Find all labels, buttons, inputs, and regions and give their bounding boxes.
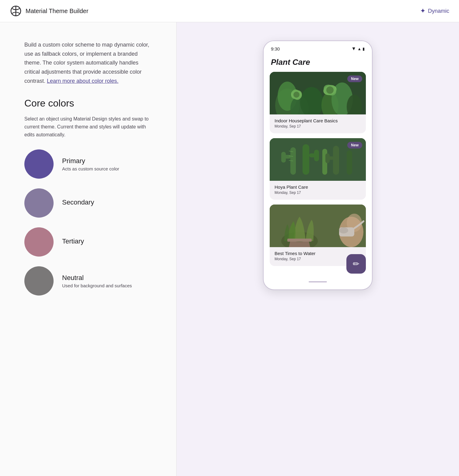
plant-decoration-3 bbox=[270, 205, 366, 247]
status-time: 9:30 bbox=[271, 46, 280, 51]
edit-icon: ✏ bbox=[353, 259, 359, 269]
secondary-color-circle[interactable] bbox=[24, 188, 54, 218]
phone-bottom-bar bbox=[264, 277, 372, 285]
main-container: Build a custom color scheme to map dynam… bbox=[0, 22, 459, 476]
dynamic-button[interactable]: ✦ Dynamic bbox=[420, 7, 449, 15]
neutral-color-info: Neutral Used for background and surfaces bbox=[62, 274, 132, 288]
plant-card-2[interactable]: New Hoya Plant Care Monday, Sep 17 bbox=[270, 138, 366, 200]
learn-more-link[interactable]: Learn more about color roles. bbox=[47, 78, 118, 84]
svg-point-15 bbox=[293, 92, 300, 98]
color-item-secondary: Secondary bbox=[24, 188, 152, 218]
plant-card-1[interactable]: New Indoor Houseplant Care Basics Monday… bbox=[270, 72, 366, 133]
wifi-icon: ▼ bbox=[351, 46, 356, 51]
card-2-title: Hoya Plant Care bbox=[275, 184, 361, 190]
core-colors-subtitle: Select an object using Material Design s… bbox=[24, 115, 152, 138]
phone-app-title: Plant Care bbox=[270, 58, 366, 67]
color-item-neutral: Neutral Used for background and surfaces bbox=[24, 266, 152, 296]
sparkle-icon: ✦ bbox=[420, 7, 426, 15]
svg-rect-22 bbox=[281, 152, 286, 163]
primary-color-circle[interactable] bbox=[24, 149, 54, 179]
card-1-info: Indoor Houseplant Care Basics Monday, Se… bbox=[270, 114, 366, 133]
phone-mockup: 9:30 ▼ ▲ ▮ Plant Care bbox=[263, 40, 373, 290]
neutral-color-desc: Used for background and surfaces bbox=[62, 283, 132, 288]
primary-color-desc: Acts as custom source color bbox=[62, 166, 119, 171]
intro-text: Build a custom color scheme to map dynam… bbox=[24, 40, 152, 86]
home-indicator bbox=[309, 281, 327, 282]
material-logo-icon bbox=[10, 5, 22, 17]
tertiary-color-circle[interactable] bbox=[24, 227, 54, 257]
phone-content: Plant Care bbox=[264, 54, 372, 277]
tertiary-color-info: Tertiary bbox=[62, 237, 84, 247]
app-title: Material Theme Builder bbox=[26, 8, 88, 15]
neutral-color-circle[interactable] bbox=[24, 266, 54, 296]
signal-icon: ▲ bbox=[357, 47, 361, 51]
svg-rect-36 bbox=[287, 239, 312, 242]
svg-point-18 bbox=[326, 86, 334, 94]
svg-rect-30 bbox=[347, 150, 352, 175]
svg-rect-27 bbox=[333, 146, 339, 175]
plant-card-1-image: New bbox=[270, 72, 366, 114]
dynamic-label: Dynamic bbox=[428, 8, 449, 14]
primary-color-name: Primary bbox=[62, 157, 119, 165]
battery-icon: ▮ bbox=[363, 47, 365, 51]
tertiary-color-name: Tertiary bbox=[62, 237, 84, 245]
svg-rect-29 bbox=[325, 153, 330, 163]
phone-status-bar: 9:30 ▼ ▲ ▮ bbox=[264, 41, 372, 54]
left-panel: Build a custom color scheme to map dynam… bbox=[0, 22, 177, 476]
card-1-date: Monday, Sep 17 bbox=[275, 124, 361, 128]
neutral-color-name: Neutral bbox=[62, 274, 132, 282]
primary-color-info: Primary Acts as custom source color bbox=[62, 157, 119, 171]
header: Material Theme Builder ✦ Dynamic bbox=[0, 0, 459, 22]
card-2-info: Hoya Plant Care Monday, Sep 17 bbox=[270, 181, 366, 200]
secondary-color-name: Secondary bbox=[62, 198, 94, 206]
svg-rect-23 bbox=[303, 144, 309, 175]
svg-rect-25 bbox=[314, 150, 319, 161]
secondary-color-info: Secondary bbox=[62, 198, 94, 208]
plant-card-2-image: New bbox=[270, 138, 366, 181]
card-1-badge: New bbox=[347, 75, 362, 82]
header-left: Material Theme Builder bbox=[10, 5, 88, 17]
status-icons: ▼ ▲ ▮ bbox=[351, 46, 365, 51]
svg-point-40 bbox=[339, 227, 348, 233]
right-panel: 9:30 ▼ ▲ ▮ Plant Care bbox=[177, 22, 459, 476]
card-1-title: Indoor Houseplant Care Basics bbox=[275, 118, 361, 123]
plant-card-3-image bbox=[270, 205, 366, 247]
core-colors-title: Core colors bbox=[24, 98, 152, 109]
color-item-primary: Primary Acts as custom source color bbox=[24, 149, 152, 179]
card-2-date: Monday, Sep 17 bbox=[275, 191, 361, 195]
card-2-badge: New bbox=[347, 142, 362, 149]
color-item-tertiary: Tertiary bbox=[24, 227, 152, 257]
fab-button[interactable]: ✏ bbox=[346, 254, 366, 274]
